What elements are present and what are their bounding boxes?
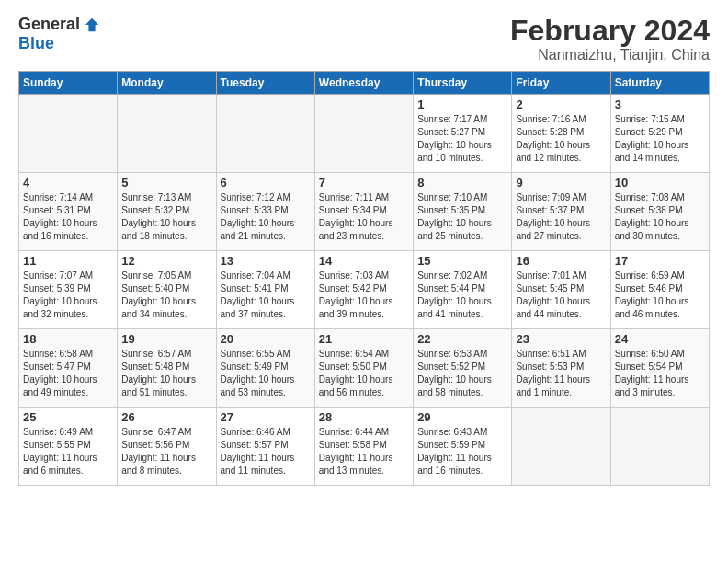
- day-info: Sunrise: 6:46 AMSunset: 5:57 PMDaylight:…: [221, 426, 311, 477]
- calendar-cell: 8Sunrise: 7:10 AMSunset: 5:35 PMDaylight…: [414, 173, 512, 251]
- calendar-cell: 2Sunrise: 7:16 AMSunset: 5:28 PMDaylight…: [512, 95, 610, 173]
- day-number: 5: [121, 176, 211, 190]
- col-header-thursday: Thursday: [414, 72, 512, 95]
- calendar-cell: 20Sunrise: 6:55 AMSunset: 5:49 PMDayligh…: [216, 329, 314, 408]
- calendar-cell: 26Sunrise: 6:47 AMSunset: 5:56 PMDayligh…: [118, 408, 216, 486]
- day-number: 20: [221, 332, 311, 346]
- header: General Blue February 2024 Nanmaizhu, Ti…: [18, 15, 710, 63]
- calendar-cell: 7Sunrise: 7:11 AMSunset: 5:34 PMDaylight…: [314, 173, 413, 251]
- calendar-cell: [512, 408, 610, 486]
- day-number: 1: [417, 98, 507, 111]
- svg-marker-0: [85, 17, 98, 30]
- main-title: February 2024: [510, 15, 710, 47]
- week-row-2: 11Sunrise: 7:07 AMSunset: 5:39 PMDayligh…: [19, 251, 710, 329]
- col-header-saturday: Saturday: [610, 72, 709, 95]
- calendar-cell: 24Sunrise: 6:50 AMSunset: 5:54 PMDayligh…: [610, 329, 709, 408]
- calendar-cell: 5Sunrise: 7:13 AMSunset: 5:32 PMDaylight…: [118, 173, 216, 251]
- calendar-cell: 22Sunrise: 6:53 AMSunset: 5:52 PMDayligh…: [414, 329, 512, 408]
- calendar-cell: 16Sunrise: 7:01 AMSunset: 5:45 PMDayligh…: [512, 251, 610, 329]
- logo-general: General: [18, 15, 80, 34]
- day-info: Sunrise: 7:03 AMSunset: 5:42 PMDaylight:…: [319, 270, 409, 321]
- calendar-cell: 27Sunrise: 6:46 AMSunset: 5:57 PMDayligh…: [216, 408, 314, 486]
- day-info: Sunrise: 6:57 AMSunset: 5:48 PMDaylight:…: [121, 348, 211, 399]
- day-info: Sunrise: 6:54 AMSunset: 5:50 PMDaylight:…: [319, 348, 409, 399]
- calendar-table: SundayMondayTuesdayWednesdayThursdayFrid…: [18, 71, 710, 486]
- calendar-cell: 3Sunrise: 7:15 AMSunset: 5:29 PMDaylight…: [610, 95, 709, 173]
- calendar-cell: [118, 95, 216, 173]
- day-info: Sunrise: 7:17 AMSunset: 5:27 PMDaylight:…: [417, 113, 507, 165]
- calendar-cell: 14Sunrise: 7:03 AMSunset: 5:42 PMDayligh…: [314, 251, 413, 329]
- day-info: Sunrise: 6:58 AMSunset: 5:47 PMDaylight:…: [23, 348, 113, 399]
- title-area: February 2024 Nanmaizhu, Tianjin, China: [510, 15, 710, 63]
- header-row: SundayMondayTuesdayWednesdayThursdayFrid…: [19, 72, 710, 95]
- day-info: Sunrise: 7:04 AMSunset: 5:41 PMDaylight:…: [221, 270, 311, 321]
- day-number: 16: [516, 254, 606, 268]
- day-number: 11: [23, 254, 113, 268]
- calendar-cell: 28Sunrise: 6:44 AMSunset: 5:58 PMDayligh…: [314, 408, 413, 486]
- col-header-monday: Monday: [118, 72, 216, 95]
- week-row-1: 4Sunrise: 7:14 AMSunset: 5:31 PMDaylight…: [19, 173, 710, 251]
- calendar-cell: [216, 95, 314, 173]
- day-number: 6: [221, 176, 311, 190]
- calendar-cell: [610, 408, 709, 486]
- day-number: 21: [319, 332, 409, 346]
- calendar-cell: 19Sunrise: 6:57 AMSunset: 5:48 PMDayligh…: [118, 329, 216, 408]
- calendar-cell: 13Sunrise: 7:04 AMSunset: 5:41 PMDayligh…: [216, 251, 314, 329]
- day-number: 26: [121, 410, 211, 424]
- day-number: 28: [319, 410, 409, 424]
- week-row-0: 1Sunrise: 7:17 AMSunset: 5:27 PMDaylight…: [19, 95, 710, 173]
- day-number: 23: [516, 332, 606, 346]
- day-info: Sunrise: 7:09 AMSunset: 5:37 PMDaylight:…: [516, 191, 606, 243]
- col-header-sunday: Sunday: [19, 72, 118, 95]
- day-info: Sunrise: 7:08 AMSunset: 5:38 PMDaylight:…: [615, 191, 705, 243]
- calendar-cell: [314, 95, 413, 173]
- day-info: Sunrise: 6:47 AMSunset: 5:56 PMDaylight:…: [121, 426, 211, 477]
- col-header-friday: Friday: [512, 72, 610, 95]
- col-header-wednesday: Wednesday: [314, 72, 413, 95]
- day-number: 29: [417, 410, 507, 424]
- week-row-4: 25Sunrise: 6:49 AMSunset: 5:55 PMDayligh…: [19, 408, 710, 486]
- day-info: Sunrise: 6:59 AMSunset: 5:46 PMDaylight:…: [615, 270, 705, 321]
- calendar-cell: 6Sunrise: 7:12 AMSunset: 5:33 PMDaylight…: [216, 173, 314, 251]
- calendar-cell: 18Sunrise: 6:58 AMSunset: 5:47 PMDayligh…: [19, 329, 118, 408]
- day-info: Sunrise: 7:15 AMSunset: 5:29 PMDaylight:…: [615, 113, 705, 165]
- logo-icon: [84, 17, 100, 33]
- day-number: 19: [121, 332, 211, 346]
- day-info: Sunrise: 7:12 AMSunset: 5:33 PMDaylight:…: [221, 191, 311, 243]
- day-number: 14: [319, 254, 409, 268]
- calendar-cell: 4Sunrise: 7:14 AMSunset: 5:31 PMDaylight…: [19, 173, 118, 251]
- day-number: 15: [417, 254, 507, 268]
- calendar-cell: 11Sunrise: 7:07 AMSunset: 5:39 PMDayligh…: [19, 251, 118, 329]
- logo: General Blue: [18, 15, 100, 53]
- logo-blue: Blue: [18, 34, 54, 53]
- day-info: Sunrise: 6:53 AMSunset: 5:52 PMDaylight:…: [417, 348, 507, 399]
- col-header-tuesday: Tuesday: [216, 72, 314, 95]
- day-number: 9: [516, 176, 606, 190]
- page: General Blue February 2024 Nanmaizhu, Ti…: [0, 0, 728, 495]
- calendar-cell: 25Sunrise: 6:49 AMSunset: 5:55 PMDayligh…: [19, 408, 118, 486]
- day-info: Sunrise: 7:05 AMSunset: 5:40 PMDaylight:…: [121, 270, 211, 321]
- week-row-3: 18Sunrise: 6:58 AMSunset: 5:47 PMDayligh…: [19, 329, 710, 408]
- calendar-cell: 10Sunrise: 7:08 AMSunset: 5:38 PMDayligh…: [610, 173, 709, 251]
- day-number: 27: [221, 410, 311, 424]
- day-info: Sunrise: 6:43 AMSunset: 5:59 PMDaylight:…: [417, 426, 507, 477]
- calendar-cell: 9Sunrise: 7:09 AMSunset: 5:37 PMDaylight…: [512, 173, 610, 251]
- day-number: 18: [23, 332, 113, 346]
- day-number: 10: [615, 176, 705, 190]
- day-number: 24: [615, 332, 705, 346]
- day-info: Sunrise: 7:13 AMSunset: 5:32 PMDaylight:…: [121, 191, 211, 243]
- day-number: 25: [23, 410, 113, 424]
- subtitle: Nanmaizhu, Tianjin, China: [510, 47, 710, 63]
- day-info: Sunrise: 6:44 AMSunset: 5:58 PMDaylight:…: [319, 426, 409, 477]
- day-number: 12: [121, 254, 211, 268]
- calendar-cell: 15Sunrise: 7:02 AMSunset: 5:44 PMDayligh…: [414, 251, 512, 329]
- day-number: 8: [417, 176, 507, 190]
- day-number: 17: [615, 254, 705, 268]
- day-info: Sunrise: 7:07 AMSunset: 5:39 PMDaylight:…: [23, 270, 113, 321]
- day-number: 4: [23, 176, 113, 190]
- day-number: 7: [319, 176, 409, 190]
- calendar-cell: 23Sunrise: 6:51 AMSunset: 5:53 PMDayligh…: [512, 329, 610, 408]
- day-number: 3: [615, 98, 705, 111]
- calendar-cell: 1Sunrise: 7:17 AMSunset: 5:27 PMDaylight…: [414, 95, 512, 173]
- day-number: 2: [516, 98, 606, 111]
